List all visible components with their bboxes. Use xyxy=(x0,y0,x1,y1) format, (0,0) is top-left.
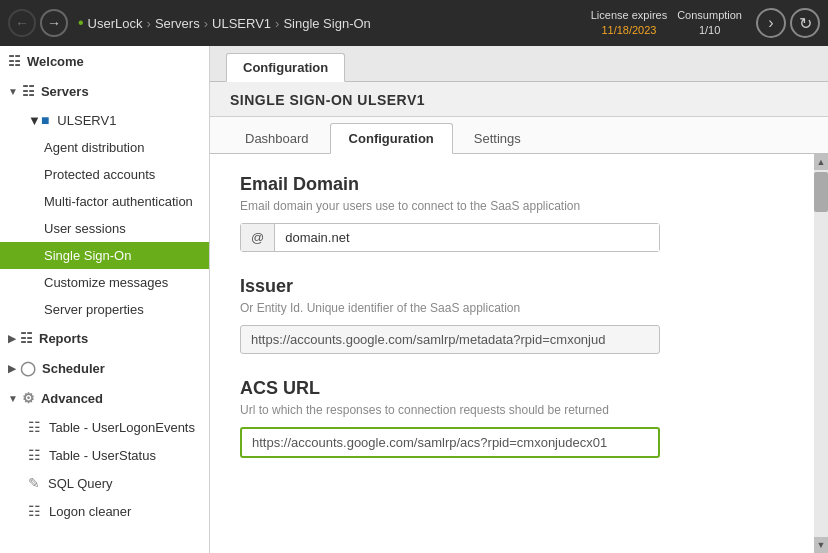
breadcrumb: • UserLock › Servers › ULSERV1 › Single … xyxy=(78,14,591,32)
breadcrumb-servers[interactable]: Servers xyxy=(155,16,200,31)
acs-url-desc: Url to which the responses to connection… xyxy=(240,403,784,417)
consumption-info: Consumption 1/10 xyxy=(677,8,742,39)
right-scrollbar: ▲ ▼ xyxy=(814,154,828,553)
table-userlogon-label: Table - UserLogonEvents xyxy=(49,420,195,435)
server-icon: ■ xyxy=(41,112,49,128)
customize-messages-label: Customize messages xyxy=(44,275,168,290)
sidebar-item-single-sign-on[interactable]: Single Sign-On xyxy=(0,242,209,269)
sidebar-group-reports[interactable]: ▶ ☷ Reports xyxy=(0,323,209,353)
logon-cleaner-label: Logon cleaner xyxy=(49,504,131,519)
email-domain-input-group: @ xyxy=(240,223,660,252)
content-area: Configuration SINGLE SIGN-ON ULSERV1 Das… xyxy=(210,46,828,553)
expand-icon: ▼ xyxy=(8,86,18,97)
protected-accounts-label: Protected accounts xyxy=(44,167,155,182)
sidebar-item-sql-query[interactable]: ✎ SQL Query xyxy=(0,469,209,497)
sidebar-item-table-userstatus[interactable]: ☷ Table - UserStatus xyxy=(0,441,209,469)
table-icon: ☷ xyxy=(28,419,41,435)
grid-icon: ☷ xyxy=(8,53,21,69)
reports-icon: ☷ xyxy=(20,330,33,346)
form-content: Email Domain Email domain your users use… xyxy=(210,154,814,502)
sidebar-item-server-properties[interactable]: Server properties xyxy=(0,296,209,323)
sql-query-label: SQL Query xyxy=(48,476,113,491)
sidebar-advanced-label: Advanced xyxy=(41,391,103,406)
scheduler-icon: ◯ xyxy=(20,360,36,376)
sub-tab-configuration[interactable]: Configuration xyxy=(330,123,453,154)
config-tab-bar: Configuration xyxy=(210,46,828,82)
sub-tabs: Dashboard Configuration Settings xyxy=(210,117,828,154)
sidebar-group-ulserv1[interactable]: ▼ ■ ULSERV1 xyxy=(0,106,209,134)
page-title: SINGLE SIGN-ON ULSERV1 xyxy=(230,92,808,108)
breadcrumb-dot: • xyxy=(78,14,84,32)
license-info: License expires 11/18/2023 xyxy=(591,8,667,39)
sidebar-group-scheduler[interactable]: ▶ ◯ Scheduler xyxy=(0,353,209,383)
email-domain-section: Email Domain Email domain your users use… xyxy=(240,174,784,252)
forward-button[interactable]: → xyxy=(40,9,68,37)
sidebar-item-agent-distribution[interactable]: Agent distribution xyxy=(0,134,209,161)
issuer-title: Issuer xyxy=(240,276,784,297)
mfa-label: Multi-factor authentication xyxy=(44,194,193,209)
sidebar-group-servers[interactable]: ▼ ☷ Servers xyxy=(0,76,209,106)
servers-icon: ☷ xyxy=(22,83,35,99)
breadcrumb-sso[interactable]: Single Sign-On xyxy=(283,16,370,31)
sidebar-servers-label: Servers xyxy=(41,84,89,99)
acs-url-value: https://accounts.google.com/samlrp/acs?r… xyxy=(240,427,660,458)
page-content: Email Domain Email domain your users use… xyxy=(210,154,814,553)
user-sessions-label: User sessions xyxy=(44,221,126,236)
acs-url-title: ACS URL xyxy=(240,378,784,399)
expand-icon-scheduler: ▶ xyxy=(8,363,16,374)
scroll-down-button[interactable]: ▼ xyxy=(814,537,828,553)
sidebar-welcome-label: Welcome xyxy=(27,54,84,69)
refresh-button[interactable]: ↻ xyxy=(790,8,820,38)
sidebar-item-table-userlogon[interactable]: ☷ Table - UserLogonEvents xyxy=(0,413,209,441)
sidebar-item-logon-cleaner[interactable]: ☷ Logon cleaner xyxy=(0,497,209,525)
sidebar-scheduler-label: Scheduler xyxy=(42,361,105,376)
sidebar: ☷ Welcome ▼ ☷ Servers ▼ ■ ULSERV1 Agent … xyxy=(0,46,210,553)
sidebar-item-mfa[interactable]: Multi-factor authentication xyxy=(0,188,209,215)
sidebar-item-customize-messages[interactable]: Customize messages xyxy=(0,269,209,296)
sidebar-reports-label: Reports xyxy=(39,331,88,346)
expand-icon-ulserv1: ▼ xyxy=(28,113,41,128)
scrollbar-track xyxy=(814,170,828,537)
sidebar-item-protected-accounts[interactable]: Protected accounts xyxy=(0,161,209,188)
at-prefix: @ xyxy=(241,224,275,251)
sql-icon: ✎ xyxy=(28,475,40,491)
scroll-up-button[interactable]: ▲ xyxy=(814,154,828,170)
topbar: ← → • UserLock › Servers › ULSERV1 › Sin… xyxy=(0,0,828,46)
sso-label: Single Sign-On xyxy=(44,248,131,263)
sub-tab-settings[interactable]: Settings xyxy=(455,123,540,153)
email-domain-desc: Email domain your users use to connect t… xyxy=(240,199,784,213)
breadcrumb-userlock[interactable]: UserLock xyxy=(88,16,143,31)
sidebar-group-advanced[interactable]: ▼ ⚙ Advanced xyxy=(0,383,209,413)
breadcrumb-ulserv1[interactable]: ULSERV1 xyxy=(212,16,271,31)
table2-icon: ☷ xyxy=(28,447,41,463)
sidebar-item-user-sessions[interactable]: User sessions xyxy=(0,215,209,242)
table-userstatus-label: Table - UserStatus xyxy=(49,448,156,463)
issuer-desc: Or Entity Id. Unique identifier of the S… xyxy=(240,301,784,315)
expand-icon-advanced: ▼ xyxy=(8,393,18,404)
issuer-value: https://accounts.google.com/samlrp/metad… xyxy=(240,325,660,354)
acs-url-section: ACS URL Url to which the responses to co… xyxy=(240,378,784,458)
server-properties-label: Server properties xyxy=(44,302,144,317)
agent-dist-label: Agent distribution xyxy=(44,140,144,155)
email-domain-input[interactable] xyxy=(275,224,659,251)
back-button[interactable]: ← xyxy=(8,9,36,37)
page-header: SINGLE SIGN-ON ULSERV1 xyxy=(210,82,828,117)
expand-icon-reports: ▶ xyxy=(8,333,16,344)
issuer-section: Issuer Or Entity Id. Unique identifier o… xyxy=(240,276,784,354)
tab-configuration[interactable]: Configuration xyxy=(226,53,345,82)
sub-tab-dashboard[interactable]: Dashboard xyxy=(226,123,328,153)
sidebar-item-welcome[interactable]: ☷ Welcome xyxy=(0,46,209,76)
navigate-forward-button[interactable]: › xyxy=(756,8,786,38)
scrollbar-thumb[interactable] xyxy=(814,172,828,212)
logon-cleaner-icon: ☷ xyxy=(28,503,41,519)
advanced-icon: ⚙ xyxy=(22,390,35,406)
sidebar-ulserv1-label: ULSERV1 xyxy=(57,113,116,128)
email-domain-title: Email Domain xyxy=(240,174,784,195)
